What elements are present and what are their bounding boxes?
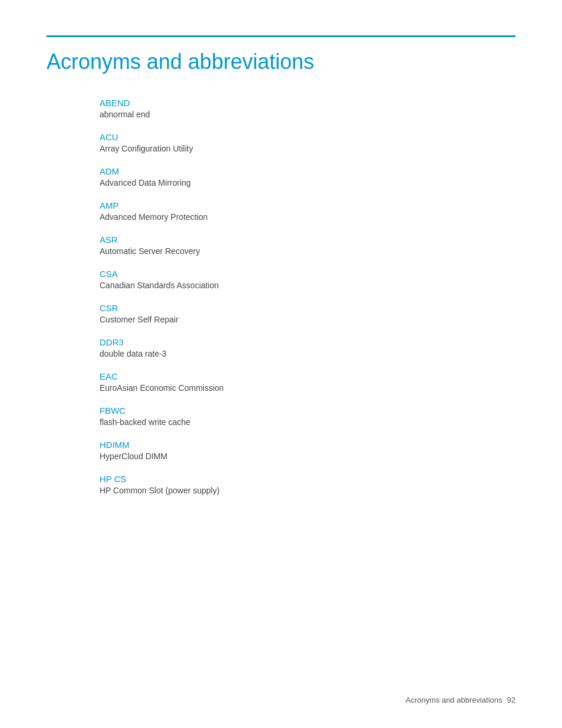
list-item: ADMAdvanced Data Mirroring bbox=[100, 166, 515, 187]
acronym-definition: Customer Self Repair bbox=[100, 315, 515, 324]
list-item: FBWCflash-backed write cache bbox=[100, 406, 515, 427]
page-title: Acronyms and abbreviations bbox=[47, 49, 515, 74]
acronym-definition: Advanced Memory Protection bbox=[100, 212, 515, 222]
acronym-list: ABENDabnormal endACUArray Configuration … bbox=[100, 98, 515, 495]
acronym-definition: HP Common Slot (power supply) bbox=[100, 486, 515, 495]
list-item: ACUArray Configuration Utility bbox=[100, 132, 515, 153]
acronym-term: FBWC bbox=[100, 406, 515, 416]
acronym-term: CSR bbox=[100, 303, 515, 313]
acronym-term: ASR bbox=[100, 235, 515, 245]
list-item: EACEuroAsian Economic Commission bbox=[100, 371, 515, 393]
list-item: HDIMMHyperCloud DIMM bbox=[100, 440, 515, 461]
acronym-definition: Array Configuration Utility bbox=[100, 144, 515, 153]
acronym-term: ABEND bbox=[100, 98, 515, 108]
acronym-definition: EuroAsian Economic Commission bbox=[100, 383, 515, 393]
top-border bbox=[47, 35, 515, 37]
acronym-term: HP CS bbox=[100, 474, 515, 484]
acronym-term: DDR3 bbox=[100, 337, 515, 347]
list-item: AMPAdvanced Memory Protection bbox=[100, 200, 515, 222]
acronym-term: CSA bbox=[100, 269, 515, 279]
acronym-definition: Automatic Server Recovery bbox=[100, 246, 515, 256]
page-footer: Acronyms and abbreviations 92 bbox=[406, 696, 516, 704]
list-item: HP CSHP Common Slot (power supply) bbox=[100, 474, 515, 495]
list-item: CSACanadian Standards Association bbox=[100, 269, 515, 290]
acronym-definition: double data rate-3 bbox=[100, 349, 515, 358]
acronym-term: ACU bbox=[100, 132, 515, 142]
list-item: DDR3double data rate-3 bbox=[100, 337, 515, 358]
acronym-definition: HyperCloud DIMM bbox=[100, 452, 515, 461]
footer-section-label: Acronyms and abbreviations bbox=[406, 696, 503, 704]
acronym-definition: Advanced Data Mirroring bbox=[100, 178, 515, 187]
acronym-definition: flash-backed write cache bbox=[100, 417, 515, 427]
acronym-term: HDIMM bbox=[100, 440, 515, 450]
acronym-definition: abnormal end bbox=[100, 110, 515, 119]
list-item: ASRAutomatic Server Recovery bbox=[100, 235, 515, 256]
list-item: CSRCustomer Self Repair bbox=[100, 303, 515, 324]
acronym-definition: Canadian Standards Association bbox=[100, 281, 515, 290]
acronym-term: ADM bbox=[100, 166, 515, 176]
acronym-term: AMP bbox=[100, 200, 515, 210]
acronym-term: EAC bbox=[100, 371, 515, 381]
list-item: ABENDabnormal end bbox=[100, 98, 515, 119]
page-container: Acronyms and abbreviations ABENDabnormal… bbox=[0, 0, 562, 728]
footer-page-number: 92 bbox=[507, 696, 515, 704]
